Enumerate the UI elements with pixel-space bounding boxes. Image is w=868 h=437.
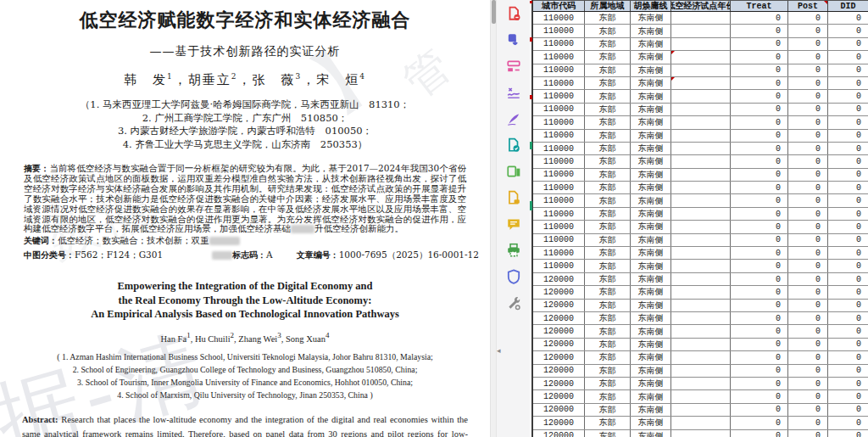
post-cell[interactable]: 0 (788, 351, 828, 363)
hu-line-cell[interactable]: 东南侧 (631, 404, 671, 416)
treat-cell[interactable]: 0 (731, 104, 788, 115)
treat-cell[interactable]: 0 (731, 221, 788, 233)
city-code-cell[interactable]: 110000 (533, 104, 585, 115)
treat-cell[interactable]: 0 (731, 77, 788, 89)
hu-line-cell[interactable]: 东南侧 (631, 155, 671, 167)
city-code-cell[interactable]: 110000 (533, 90, 585, 102)
pilot-year-cell[interactable] (671, 378, 731, 389)
did-cell[interactable]: 0 (828, 90, 868, 102)
region-cell[interactable]: 东部 (585, 169, 631, 181)
post-cell[interactable]: 0 (788, 77, 828, 89)
treat-cell[interactable]: 0 (731, 339, 788, 350)
sidebar-collapse-arrow-icon[interactable]: ◂ (497, 346, 501, 355)
comment-icon[interactable] (506, 216, 521, 232)
column-header-col2[interactable]: 胡焕庸线 (631, 1, 671, 11)
post-cell[interactable]: 0 (788, 64, 828, 76)
pilot-year-cell[interactable] (671, 77, 731, 89)
form-fields-icon[interactable] (506, 59, 521, 74)
hu-line-cell[interactable]: 东南侧 (631, 300, 671, 311)
region-cell[interactable]: 东部 (585, 51, 631, 63)
treat-cell[interactable]: 0 (731, 390, 788, 402)
region-cell[interactable]: 东部 (585, 325, 631, 337)
post-cell[interactable]: 0 (788, 116, 828, 128)
post-cell[interactable]: 0 (788, 182, 828, 193)
post-cell[interactable]: 0 (788, 417, 828, 429)
hu-line-cell[interactable]: 东南侧 (631, 351, 671, 363)
did-cell[interactable]: 0 (828, 51, 868, 63)
treat-cell[interactable]: 0 (731, 130, 788, 142)
pilot-year-cell[interactable] (671, 404, 731, 416)
column-header-col3[interactable]: 低空经济试点年份 (671, 1, 731, 11)
region-cell[interactable]: 东部 (585, 143, 631, 154)
pilot-year-cell[interactable] (671, 247, 731, 259)
city-code-cell[interactable]: 120000 (533, 300, 585, 311)
post-cell[interactable]: 0 (788, 273, 828, 285)
treat-cell[interactable]: 0 (731, 365, 788, 377)
pilot-year-cell[interactable] (671, 325, 731, 337)
treat-cell[interactable]: 0 (731, 208, 788, 220)
region-cell[interactable]: 东部 (585, 417, 631, 429)
post-cell[interactable]: 0 (788, 194, 828, 206)
did-cell[interactable]: 0 (828, 365, 868, 377)
hu-line-cell[interactable]: 东南侧 (631, 116, 671, 128)
treat-cell[interactable]: 0 (731, 234, 788, 246)
image-extract-icon[interactable] (506, 164, 521, 179)
pilot-year-cell[interactable] (671, 116, 731, 128)
pilot-year-cell[interactable] (671, 390, 731, 402)
did-cell[interactable]: 0 (828, 378, 868, 389)
city-code-cell[interactable]: 120000 (533, 390, 585, 402)
treat-cell[interactable]: 0 (731, 378, 788, 389)
did-cell[interactable]: 0 (828, 38, 868, 50)
pilot-year-cell[interactable] (671, 208, 731, 220)
pilot-year-cell[interactable] (671, 234, 731, 246)
post-cell[interactable]: 0 (788, 390, 828, 402)
post-cell[interactable]: 0 (788, 221, 828, 233)
did-cell[interactable]: 0 (828, 325, 868, 337)
post-cell[interactable]: 0 (788, 365, 828, 377)
pilot-year-cell[interactable] (671, 182, 731, 193)
treat-cell[interactable]: 0 (731, 194, 788, 206)
column-header-col1[interactable]: 所属地域 (585, 1, 631, 11)
post-cell[interactable]: 0 (788, 38, 828, 50)
treat-cell[interactable]: 0 (731, 351, 788, 363)
hu-line-cell[interactable]: 东南侧 (631, 312, 671, 324)
treat-cell[interactable]: 0 (731, 169, 788, 181)
region-cell[interactable]: 东部 (585, 208, 631, 220)
did-cell[interactable]: 0 (828, 104, 868, 115)
treat-cell[interactable]: 0 (731, 404, 788, 416)
city-code-cell[interactable]: 110000 (533, 260, 585, 272)
hu-line-cell[interactable]: 东南侧 (631, 390, 671, 402)
region-cell[interactable]: 东部 (585, 90, 631, 102)
region-cell[interactable]: 东部 (585, 300, 631, 311)
pdf-scrollbar[interactable] (490, 0, 496, 437)
treat-cell[interactable]: 0 (731, 286, 788, 298)
pilot-year-cell[interactable] (671, 51, 731, 63)
hu-line-cell[interactable]: 东南侧 (631, 417, 671, 429)
region-cell[interactable]: 东部 (585, 351, 631, 363)
did-cell[interactable]: 0 (828, 169, 868, 181)
hu-line-cell[interactable]: 东南侧 (631, 208, 671, 220)
post-cell[interactable]: 0 (788, 325, 828, 337)
post-cell[interactable]: 0 (788, 25, 828, 36)
city-code-cell[interactable]: 120000 (533, 430, 585, 437)
pilot-year-cell[interactable] (671, 12, 731, 24)
city-code-cell[interactable]: 110000 (533, 130, 585, 142)
city-code-cell[interactable]: 110000 (533, 234, 585, 246)
hu-line-cell[interactable]: 东南侧 (631, 378, 671, 389)
doc-refresh-icon[interactable] (506, 137, 521, 153)
pilot-year-cell[interactable] (671, 155, 731, 167)
doc-badge-icon[interactable] (506, 190, 521, 205)
treat-cell[interactable]: 0 (731, 12, 788, 24)
hu-line-cell[interactable]: 东南侧 (631, 286, 671, 298)
city-code-cell[interactable]: 110000 (533, 169, 585, 181)
pilot-year-cell[interactable] (671, 365, 731, 377)
hu-line-cell[interactable]: 东南侧 (631, 247, 671, 259)
did-cell[interactable]: 0 (828, 116, 868, 128)
did-cell[interactable]: 0 (828, 12, 868, 24)
post-cell[interactable]: 0 (788, 51, 828, 63)
did-cell[interactable]: 0 (828, 130, 868, 142)
did-cell[interactable]: 0 (828, 286, 868, 298)
city-code-cell[interactable]: 110000 (533, 51, 585, 63)
did-cell[interactable]: 0 (828, 247, 868, 259)
tools-icon[interactable] (506, 295, 521, 311)
